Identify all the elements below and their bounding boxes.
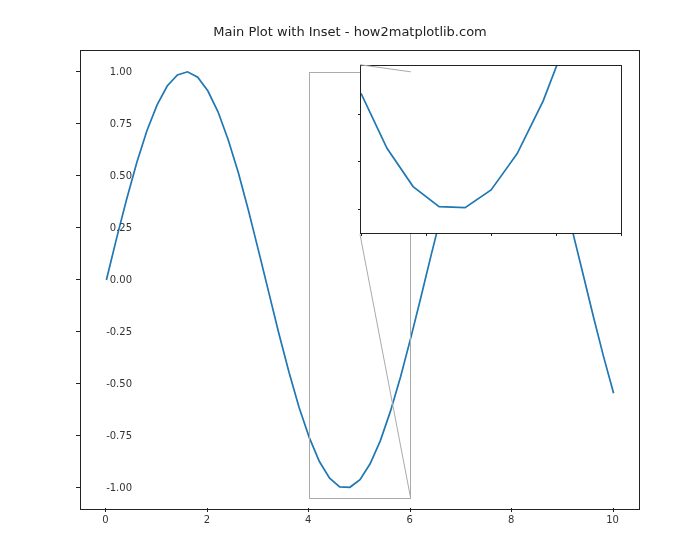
x-tick-mark	[207, 508, 208, 512]
y-tick-mark	[76, 227, 80, 228]
y-tick-mark	[76, 123, 80, 124]
x-tick-label: 8	[508, 514, 514, 525]
y-tick-mark	[76, 383, 80, 384]
x-tick-mark	[308, 508, 309, 512]
y-tick-label: 0.50	[82, 169, 132, 180]
y-tick-mark	[76, 331, 80, 332]
y-tick-label: -0.75	[82, 430, 132, 441]
chart-title: Main Plot with Inset - how2matplotlib.co…	[0, 24, 700, 39]
y-tick-label: 0.25	[82, 221, 132, 232]
y-tick-mark	[76, 175, 80, 176]
x-tick-mark	[105, 508, 106, 512]
y-tick-label: -1.00	[82, 482, 132, 493]
y-tick-label: -0.50	[82, 378, 132, 389]
y-tick-label: -0.25	[82, 326, 132, 337]
inset-y-tick-mark	[358, 209, 361, 210]
inset-y-tick-mark	[358, 114, 361, 115]
y-tick-label: 0.00	[82, 274, 132, 285]
inset-x-tick-mark	[491, 233, 492, 236]
x-tick-mark	[613, 508, 614, 512]
inset-x-tick-mark	[621, 233, 622, 236]
y-tick-mark	[76, 279, 80, 280]
inset-x-tick-mark	[361, 233, 362, 236]
y-tick-label: 0.75	[82, 117, 132, 128]
x-tick-mark	[511, 508, 512, 512]
main-axes	[80, 50, 640, 510]
inset-y-tick-mark	[358, 161, 361, 162]
x-tick-label: 0	[102, 514, 108, 525]
x-tick-label: 6	[407, 514, 413, 525]
inset-axes	[360, 65, 622, 234]
y-tick-label: 1.00	[82, 65, 132, 76]
inset-x-tick-mark	[426, 233, 427, 236]
figure: Main Plot with Inset - how2matplotlib.co…	[0, 0, 700, 560]
x-tick-mark	[410, 508, 411, 512]
x-tick-label: 10	[606, 514, 619, 525]
x-tick-label: 4	[305, 514, 311, 525]
y-tick-mark	[76, 71, 80, 72]
y-tick-mark	[76, 435, 80, 436]
inset-x-tick-mark	[556, 233, 557, 236]
inset-line-series	[361, 66, 621, 233]
x-tick-label: 2	[204, 514, 210, 525]
y-tick-mark	[76, 487, 80, 488]
